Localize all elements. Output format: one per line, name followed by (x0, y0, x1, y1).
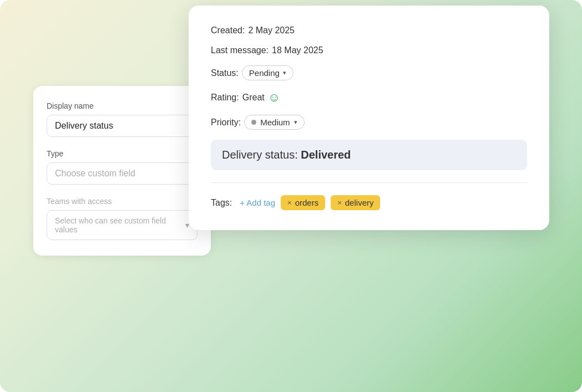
background-form-panel: Display name Delivery status Type Choose… (33, 86, 211, 256)
last-message-label: Last message: (211, 45, 269, 55)
type-label: Type (47, 149, 198, 158)
tag-label-orders: orders (295, 198, 319, 207)
popup-card: Created: 2 May 2025 Last message: 18 May… (189, 6, 549, 230)
status-value: Pending (249, 68, 280, 78)
type-select-placeholder: Choose custom field (55, 169, 135, 179)
created-value: 2 May 2025 (248, 26, 295, 35)
delivery-status-label: Delivery status: (222, 149, 298, 161)
tags-label: Tags: (211, 198, 232, 208)
smiley-icon: ☺ (268, 90, 280, 105)
tags-row: Tags: + Add tag × orders × delivery (211, 195, 527, 210)
type-select[interactable]: Choose custom field (47, 162, 198, 185)
delivery-status-value: Delivered (301, 149, 351, 161)
display-name-label: Display name (47, 101, 198, 110)
teams-select-placeholder: Select who can see custom field values (55, 216, 185, 234)
status-row: Status: Pending ▾ (211, 65, 527, 80)
tag-remove-delivery-icon[interactable]: × (337, 198, 342, 207)
teams-select[interactable]: Select who can see custom field values ▾ (47, 210, 198, 240)
last-message-value: 18 May 2025 (272, 45, 323, 55)
tag-label-delivery: delivery (345, 198, 374, 207)
delivery-status-text: Delivery status: Delivered (222, 149, 351, 161)
tag-remove-orders-icon[interactable]: × (287, 198, 292, 207)
rating-row: Rating: Great ☺ (211, 90, 527, 105)
created-label: Created: (211, 26, 245, 35)
priority-value: Medium (260, 118, 290, 127)
priority-label: Priority: (211, 118, 241, 128)
status-dropdown[interactable]: Pending ▾ (242, 65, 293, 80)
priority-dot-icon (251, 120, 256, 125)
rating-value: Great (242, 93, 265, 103)
teams-label: Teams with access (47, 197, 198, 206)
created-row: Created: 2 May 2025 (211, 26, 527, 35)
tag-chip-orders[interactable]: × orders (281, 195, 325, 210)
divider (211, 182, 527, 183)
display-name-input[interactable]: Delivery status (47, 115, 198, 137)
priority-row: Priority: Medium ▾ (211, 115, 527, 130)
priority-dropdown[interactable]: Medium ▾ (244, 115, 304, 130)
add-tag-button[interactable]: + Add tag (240, 198, 275, 207)
status-chevron-icon: ▾ (283, 69, 286, 77)
priority-chevron-icon: ▾ (294, 119, 297, 126)
delivery-status-box: Delivery status: Delivered (211, 140, 527, 170)
last-message-row: Last message: 18 May 2025 (211, 45, 527, 55)
tag-chip-delivery[interactable]: × delivery (331, 195, 380, 210)
status-label: Status: (211, 68, 239, 78)
rating-label: Rating: (211, 93, 239, 103)
